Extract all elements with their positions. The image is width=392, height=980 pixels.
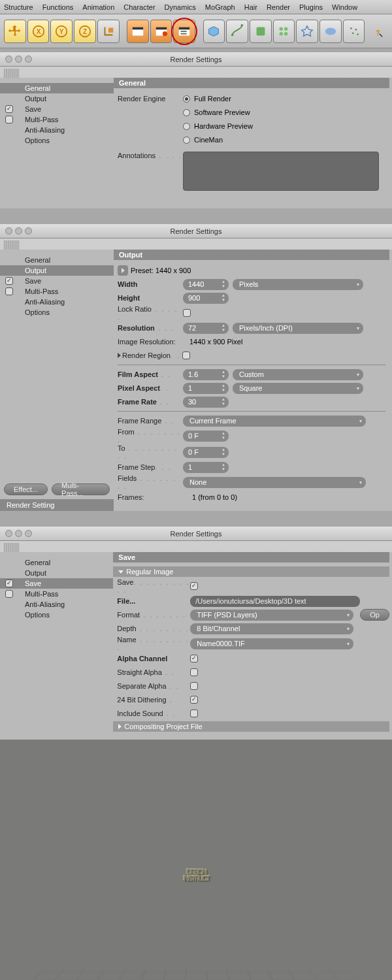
spinner-icon[interactable]: ▲▼: [220, 280, 227, 289]
multipass-button[interactable]: Multi-Pass...: [52, 483, 110, 495]
sidebar-item-multipass[interactable]: Multi-Pass: [0, 114, 114, 125]
render-view-icon[interactable]: [127, 20, 149, 43]
file-path-field[interactable]: /Users/ionutciursa/Desktop/3D text: [190, 596, 360, 607]
sidebar-item-save[interactable]: Save: [0, 578, 113, 589]
sidebar-item-antialiasing[interactable]: Anti-Aliasing: [0, 125, 114, 135]
coord-system-tool-icon[interactable]: [97, 20, 120, 43]
menu-animation[interactable]: Animation: [82, 3, 114, 11]
spinner-icon[interactable]: ▲▼: [220, 448, 227, 457]
deformer-icon[interactable]: [296, 20, 318, 43]
sidebar-item-save[interactable]: Save: [0, 104, 114, 114]
film-aspect-dropdown[interactable]: Custom: [233, 369, 363, 380]
grip-icon[interactable]: [4, 69, 20, 78]
svg-point-17: [241, 24, 244, 27]
sidebar-item-options[interactable]: Options: [0, 610, 113, 620]
radio-full-render[interactable]: [183, 95, 190, 103]
file-label[interactable]: File...: [117, 597, 190, 605]
menu-dynamics[interactable]: Dynamics: [165, 3, 196, 11]
sidebar-item-output[interactable]: Output: [0, 265, 114, 276]
preset-menu-icon[interactable]: [118, 265, 128, 276]
render-region-checkbox[interactable]: [182, 351, 190, 359]
depth-dropdown[interactable]: 8 Bit/Channel: [190, 623, 353, 634]
nurbs-icon[interactable]: [250, 20, 272, 43]
sidebar-item-antialiasing[interactable]: Anti-Aliasing: [0, 599, 113, 610]
sidebar-item-general[interactable]: General: [0, 83, 114, 93]
separate-alpha-checkbox[interactable]: [190, 682, 198, 690]
move-tool-icon[interactable]: [4, 20, 26, 43]
spinner-icon[interactable]: ▲▼: [220, 397, 227, 407]
sidebar-item-general[interactable]: General: [0, 255, 114, 265]
multipass-checkbox[interactable]: [5, 116, 13, 123]
svg-point-16: [231, 33, 234, 36]
sidebar-item-output[interactable]: Output: [0, 93, 114, 104]
include-sound-checkbox[interactable]: [190, 710, 198, 717]
save-checkbox[interactable]: [5, 277, 13, 285]
effect-button[interactable]: Effect...: [4, 483, 48, 495]
radio-hardware-preview[interactable]: [183, 123, 190, 130]
render-settings-icon[interactable]: [173, 20, 195, 43]
z-axis-tool-icon[interactable]: Z: [74, 20, 96, 43]
frame-range-dropdown[interactable]: Current Frame: [183, 416, 366, 427]
save-checkbox[interactable]: [5, 580, 13, 587]
menu-structure[interactable]: Structure: [4, 3, 33, 11]
menu-plugins[interactable]: Plugins: [299, 3, 323, 11]
width-unit-dropdown[interactable]: Pixels: [233, 279, 363, 290]
multipass-checkbox[interactable]: [5, 287, 13, 295]
pixel-aspect-dropdown[interactable]: Square: [233, 383, 363, 394]
menu-window[interactable]: Window: [332, 3, 357, 11]
particle-icon[interactable]: [343, 20, 365, 43]
sidebar-item-options[interactable]: Options: [0, 135, 114, 146]
help-icon[interactable]: ?: [366, 20, 388, 43]
expand-icon[interactable]: [118, 353, 121, 358]
sidebar-item-output[interactable]: Output: [0, 568, 113, 578]
spinner-icon[interactable]: ▲▼: [220, 293, 227, 303]
array-icon[interactable]: [273, 20, 295, 43]
radio-label: Hardware Preview: [194, 122, 253, 130]
dithering-checkbox[interactable]: [190, 696, 198, 704]
cube-primitive-icon[interactable]: [203, 20, 225, 43]
spinner-icon[interactable]: ▲▼: [220, 384, 227, 393]
x-axis-tool-icon[interactable]: X: [27, 20, 50, 43]
options-button[interactable]: Op: [360, 609, 389, 621]
multipass-checkbox[interactable]: [5, 590, 13, 598]
svg-text:?: ?: [376, 29, 380, 36]
menu-mograph[interactable]: MoGraph: [205, 3, 235, 11]
alpha-checkbox[interactable]: [190, 655, 198, 662]
save-checkbox[interactable]: [5, 105, 13, 113]
radio-software-preview[interactable]: [183, 109, 190, 116]
svg-text:X: X: [36, 27, 41, 35]
menu-hair[interactable]: Hair: [244, 3, 257, 11]
annotations-textbox[interactable]: [183, 152, 379, 191]
radio-label: CineMan: [194, 136, 223, 144]
name-dropdown[interactable]: Name0000.TIF: [190, 638, 353, 649]
sidebar-item-multipass[interactable]: Multi-Pass: [0, 286, 114, 297]
render-region-icon[interactable]: [150, 20, 172, 43]
menu-functions[interactable]: Functions: [42, 3, 74, 11]
straight-alpha-checkbox[interactable]: [190, 668, 198, 676]
spline-tool-icon[interactable]: [226, 20, 248, 43]
sidebar-item-save[interactable]: Save: [0, 276, 114, 286]
sidebar-item-multipass[interactable]: Multi-Pass: [0, 589, 113, 599]
grip-icon[interactable]: [4, 543, 20, 552]
sidebar-item-antialiasing[interactable]: Anti-Aliasing: [0, 297, 114, 307]
save-enable-checkbox[interactable]: [190, 582, 198, 590]
format-dropdown[interactable]: TIFF (PSD Layers): [190, 610, 353, 621]
menu-render[interactable]: Render: [267, 3, 290, 11]
fields-dropdown[interactable]: None: [183, 477, 366, 488]
sidebar-item-general[interactable]: General: [0, 557, 113, 568]
regular-image-header[interactable]: Regular Image: [113, 566, 389, 577]
render-viewport[interactable]: DESIGN INSTRUCT: [0, 740, 392, 980]
grip-icon[interactable]: [4, 240, 20, 250]
compositing-header[interactable]: Compositing Project File: [113, 721, 389, 732]
y-axis-tool-icon[interactable]: Y: [50, 20, 73, 43]
environment-icon[interactable]: [319, 20, 342, 43]
menu-character[interactable]: Character: [123, 3, 155, 11]
spinner-icon[interactable]: ▲▼: [220, 323, 227, 333]
sidebar-item-options[interactable]: Options: [0, 307, 114, 318]
radio-cineman[interactable]: [183, 137, 190, 144]
resolution-unit-dropdown[interactable]: Pixels/Inch (DPI): [233, 323, 363, 334]
lock-ratio-checkbox[interactable]: [183, 309, 191, 317]
spinner-icon[interactable]: ▲▼: [220, 463, 227, 472]
spinner-icon[interactable]: ▲▼: [220, 370, 227, 380]
spinner-icon[interactable]: ▲▼: [220, 431, 227, 441]
